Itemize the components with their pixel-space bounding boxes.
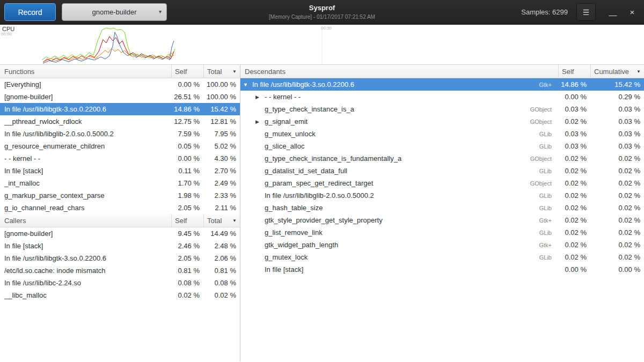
record-button[interactable]: Record: [4, 3, 56, 21]
descendants-column-header[interactable]: Descendants: [240, 65, 558, 78]
table-row[interactable]: In file /usr/lib/libc-2.24.so0.08 %0.08 …: [0, 277, 240, 289]
table-row[interactable]: In file [stack]0.11 %2.70 %: [0, 165, 240, 177]
total-percent: 0.03 %: [590, 117, 644, 125]
table-row[interactable]: _int_malloc1.70 %2.49 %: [0, 177, 240, 189]
row-label: In file /usr/lib/libglib-2.0.so.0.5000.2: [4, 130, 114, 138]
self-percent: 0.02 %: [558, 191, 590, 200]
functions-total-column-header[interactable]: Total ▼: [203, 65, 240, 78]
callers-self-column-header[interactable]: Self: [171, 214, 203, 227]
table-row[interactable]: g_mutex_lockGLib0.02 %0.02 %: [240, 251, 644, 263]
row-label: g_markup_parse_context_parse: [4, 191, 104, 200]
callers-total-column-header[interactable]: Total ▼: [203, 214, 240, 227]
time-tick-mid: 00:30: [321, 26, 332, 31]
table-row[interactable]: ▶- - kernel - -0.00 %0.29 %: [240, 91, 644, 103]
table-row[interactable]: g_mutex_unlockGLib0.03 %0.03 %: [240, 128, 644, 140]
profile-target-label: gnome-builder: [92, 8, 136, 16]
total-percent: 2.33 %: [203, 191, 240, 200]
descendants-table-header: Descendants Self Cumulative ▼: [240, 65, 644, 78]
table-row[interactable]: In file /usr/lib/libgtk-3.so.0.2200.614.…: [0, 103, 240, 115]
expander-closed-icon[interactable]: ▶: [255, 119, 265, 124]
total-percent: 4.30 %: [203, 154, 240, 162]
table-row[interactable]: __libc_malloc0.02 %0.02 %: [0, 289, 240, 301]
table-row[interactable]: g_list_remove_linkGLib0.02 %0.02 %: [240, 226, 644, 239]
table-row[interactable]: g_param_spec_get_redirect_targetGObject0…: [240, 177, 644, 189]
self-percent: 0.02 %: [558, 204, 590, 212]
row-label: In file /usr/lib/libc-2.24.so: [4, 279, 81, 287]
table-row[interactable]: In file /usr/lib/libgtk-3.so.0.2200.62.0…: [0, 252, 240, 264]
table-row[interactable]: g_datalist_id_set_data_fullGLib0.02 %0.0…: [240, 165, 644, 177]
descendants-cumulative-column-header[interactable]: Cumulative ▼: [590, 65, 644, 78]
cpu-graph[interactable]: CPU 00:00 00:30: [0, 25, 644, 65]
hamburger-menu-button[interactable]: ☰: [576, 3, 596, 21]
self-percent: 0.02 %: [171, 291, 203, 299]
row-label: g_list_remove_link: [265, 228, 323, 237]
callers-column-header[interactable]: Callers: [0, 214, 171, 227]
table-row[interactable]: gtk_widget_path_lengthGtk+0.02 %0.02 %: [240, 239, 644, 251]
table-row[interactable]: [Everything]0.00 %100.00 %: [0, 78, 240, 91]
self-percent: 0.02 %: [558, 253, 590, 261]
functions-table-header: Functions Self Total ▼: [0, 65, 240, 78]
table-row[interactable]: g_resource_enumerate_children0.05 %5.02 …: [0, 140, 240, 152]
self-percent: 2.05 %: [171, 254, 203, 262]
table-row[interactable]: In file /usr/lib/libglib-2.0.so.0.5000.2…: [0, 128, 240, 140]
table-row[interactable]: In file [stack]2.46 %2.48 %: [0, 240, 240, 252]
table-row[interactable]: g_hash_table_sizeGLib0.02 %0.02 %: [240, 202, 644, 214]
self-percent: 1.98 %: [171, 191, 203, 200]
self-percent: 0.02 %: [558, 167, 590, 175]
sort-descending-icon: ▼: [232, 218, 237, 223]
row-name-cell: [gnome-builder]: [0, 93, 171, 101]
table-row[interactable]: g_slice_allocGLib0.03 %0.03 %: [240, 140, 644, 152]
row-label: _int_malloc: [4, 179, 40, 187]
table-row[interactable]: [gnome-builder]26.51 %100.00 %: [0, 91, 240, 103]
total-percent: 0.03 %: [590, 142, 644, 150]
table-row[interactable]: g_markup_parse_context_parse1.98 %2.33 %: [0, 189, 240, 202]
row-name-cell: g_mutex_lock: [240, 253, 539, 261]
profile-target-dropdown[interactable]: gnome-builder ▾: [62, 3, 167, 21]
expander-closed-icon[interactable]: ▶: [255, 94, 265, 100]
expander-open-icon[interactable]: ▼: [243, 82, 252, 87]
total-percent: 100.00 %: [203, 93, 240, 101]
callers-table: [gnome-builder]9.45 %14.49 %In file [sta…: [0, 227, 240, 301]
functions-self-column-header[interactable]: Self: [171, 65, 203, 78]
total-percent: 7.95 %: [203, 130, 240, 138]
table-row[interactable]: [gnome-builder]9.45 %14.49 %: [0, 227, 240, 240]
right-pane: Descendants Self Cumulative ▼ ▼In file /…: [240, 65, 644, 361]
row-name-cell: gtk_widget_path_length: [240, 241, 539, 249]
row-label: In file /usr/lib/libgtk-3.so.0.2200.6: [252, 80, 354, 88]
table-row[interactable]: In file [stack]0.00 %0.00 %: [240, 263, 644, 276]
table-row[interactable]: /etc/ld.so.cache: inode mismatch0.81 %0.…: [0, 264, 240, 277]
descendants-self-column-header[interactable]: Self: [558, 65, 590, 78]
table-row[interactable]: g_type_check_instance_is_fundamentally_a…: [240, 152, 644, 165]
library-tag: GObject: [530, 156, 558, 162]
row-name-cell: ▶g_signal_emit: [240, 117, 530, 125]
row-label: g_resource_enumerate_children: [4, 142, 105, 150]
row-name-cell: __libc_malloc: [0, 291, 171, 299]
row-label: gtk_widget_path_length: [265, 241, 338, 249]
row-name-cell: g_datalist_id_set_data_full: [240, 167, 539, 175]
total-percent: 15.42 %: [203, 105, 240, 113]
self-percent: 14.86 %: [171, 105, 203, 113]
table-row[interactable]: - - kernel - -0.00 %4.30 %: [0, 152, 240, 165]
close-button[interactable]: ×: [625, 4, 640, 20]
row-label: g_type_check_instance_is_a: [265, 105, 354, 113]
row-label: In file /usr/lib/libgtk-3.so.0.2200.6: [4, 105, 106, 113]
total-percent: 0.02 %: [590, 167, 644, 175]
table-row[interactable]: In file /usr/lib/libglib-2.0.so.0.5000.2…: [240, 189, 644, 202]
table-row[interactable]: __pthread_rwlock_rdlock12.75 %12.81 %: [0, 115, 240, 128]
total-percent: 0.02 %: [203, 291, 240, 299]
table-row[interactable]: gtk_style_provider_get_style_propertyGtk…: [240, 214, 644, 226]
functions-column-header[interactable]: Functions: [0, 65, 171, 78]
row-name-cell: g_hash_table_size: [240, 204, 539, 212]
row-name-cell: In file [stack]: [0, 242, 171, 250]
descendants-table: ▼In file /usr/lib/libgtk-3.so.0.2200.6Gt…: [240, 78, 644, 276]
main-content: Functions Self Total ▼ [Everything]0.00 …: [0, 65, 644, 361]
row-label: g_signal_emit: [265, 117, 308, 125]
library-tag: GLib: [539, 230, 558, 236]
header-right-controls: Samples: 6299 ☰ — ×: [521, 3, 644, 21]
table-row[interactable]: g_io_channel_read_chars2.05 %2.11 %: [0, 202, 240, 214]
minimize-button[interactable]: —: [605, 4, 620, 20]
table-row[interactable]: ▶g_signal_emitGObject0.02 %0.03 %: [240, 115, 644, 128]
row-name-cell: - - kernel - -: [0, 154, 171, 162]
table-row[interactable]: ▼In file /usr/lib/libgtk-3.so.0.2200.6Gt…: [240, 78, 644, 91]
table-row[interactable]: g_type_check_instance_is_aGObject0.03 %0…: [240, 103, 644, 115]
